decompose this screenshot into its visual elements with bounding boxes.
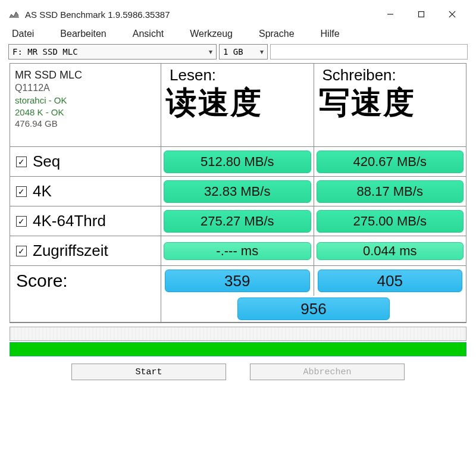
menu-bearbeiten[interactable]: Bearbeiten: [57, 27, 117, 40]
row-access: ✓ Zugriffszeit -.--- ms 0.044 ms: [10, 236, 466, 266]
row-4k64-label: 4K-64Thrd: [33, 212, 106, 230]
progress-bar-current: [10, 327, 466, 341]
main-window: AS SSD Benchmark 1.9.5986.35387 Datei Be…: [4, 4, 472, 380]
seq-write-value: 420.67 MB/s: [317, 151, 464, 173]
device-name: MR SSD MLC: [15, 68, 156, 82]
write-header: Schreiben:: [314, 64, 466, 84]
alignment-status: 2048 K - OK: [15, 107, 156, 118]
read-header-cell: Lesen: 读速度: [161, 64, 314, 146]
checkbox-4k64[interactable]: ✓: [16, 216, 27, 227]
window-controls: [375, 5, 468, 24]
row-4k64: ✓ 4K-64Thrd 275.27 MB/s 275.00 MB/s: [10, 206, 466, 236]
row-seq: ✓ Seq 512.80 MB/s 420.67 MB/s: [10, 147, 466, 177]
close-button[interactable]: [437, 5, 468, 24]
toolbar: F: MR SSD MLC ▾ 1 GB ▾: [4, 43, 472, 61]
device-capacity: 476.94 GB: [15, 118, 156, 130]
size-select-value: 1 GB: [223, 47, 243, 57]
row-access-label: Zugriffszeit: [33, 242, 108, 260]
score-section: Score: 359 405 956: [10, 266, 466, 322]
row-seq-label: Seq: [33, 152, 60, 171]
maximize-button[interactable]: [406, 5, 437, 24]
device-sub: Q1112A: [15, 82, 156, 95]
minimize-button[interactable]: [375, 5, 406, 24]
access-write-value: 0.044 ms: [317, 242, 464, 260]
titlebar: AS SSD Benchmark 1.9.5986.35387: [4, 4, 472, 25]
row-access-label-cell: ✓ Zugriffszeit: [10, 236, 161, 265]
drive-select-value: F: MR SSD MLC: [12, 47, 78, 57]
write-header-cell: Schreiben: 写速度: [314, 64, 466, 146]
results-grid: MR SSD MLC Q1112A storahci - OK 2048 K -…: [10, 63, 466, 323]
chevron-down-icon: ▾: [209, 48, 212, 56]
menu-sprache[interactable]: Sprache: [255, 27, 305, 40]
write-header-cn: 写速度: [314, 84, 466, 121]
driver-status: storahci - OK: [15, 95, 156, 107]
chevron-down-icon: ▾: [260, 48, 264, 56]
cancel-button: Abbrechen: [250, 364, 405, 380]
size-select[interactable]: 1 GB ▾: [219, 44, 268, 60]
window-title: AS SSD Benchmark 1.9.5986.35387: [25, 10, 375, 20]
progress-area: [10, 327, 466, 356]
menu-datei[interactable]: Datei: [8, 27, 45, 40]
menu-hilfe[interactable]: Hilfe: [317, 27, 350, 40]
app-icon: [8, 8, 20, 20]
4k64-read-value: 275.27 MB/s: [164, 210, 311, 233]
row-4k-label-cell: ✓ 4K: [10, 177, 161, 206]
read-header-cn: 读速度: [161, 84, 314, 121]
menubar: Datei Bearbeiten Ansicht Werkzeug Sprach…: [4, 25, 472, 43]
progress-bar-total: [10, 342, 466, 356]
score-read: 359: [165, 270, 310, 292]
4k64-write-value: 275.00 MB/s: [317, 210, 464, 233]
drive-select[interactable]: F: MR SSD MLC ▾: [8, 44, 217, 60]
row-4k-label: 4K: [33, 182, 52, 201]
menu-ansicht[interactable]: Ansicht: [129, 27, 174, 40]
4k-read-value: 32.83 MB/s: [164, 180, 311, 203]
checkbox-seq[interactable]: ✓: [16, 156, 27, 167]
header-row: MR SSD MLC Q1112A storahci - OK 2048 K -…: [10, 64, 466, 147]
score-write: 405: [318, 270, 463, 292]
seq-read-value: 512.80 MB/s: [164, 151, 311, 173]
access-read-value: -.--- ms: [164, 242, 311, 260]
bottom-buttons: Start Abbrechen: [4, 364, 472, 380]
blank-field[interactable]: [270, 44, 468, 60]
row-seq-label-cell: ✓ Seq: [10, 147, 161, 176]
score-label: Score:: [10, 266, 161, 322]
checkbox-access[interactable]: ✓: [16, 246, 27, 256]
device-info: MR SSD MLC Q1112A storahci - OK 2048 K -…: [10, 64, 161, 146]
menu-werkzeug[interactable]: Werkzeug: [186, 27, 243, 40]
row-4k64-label-cell: ✓ 4K-64Thrd: [10, 206, 161, 236]
row-4k: ✓ 4K 32.83 MB/s 88.17 MB/s: [10, 177, 466, 206]
4k-write-value: 88.17 MB/s: [317, 180, 464, 203]
svg-rect-1: [419, 12, 424, 17]
checkbox-4k[interactable]: ✓: [16, 186, 27, 197]
start-button[interactable]: Start: [71, 364, 226, 380]
score-total: 956: [237, 298, 390, 320]
read-header: Lesen:: [161, 64, 314, 84]
